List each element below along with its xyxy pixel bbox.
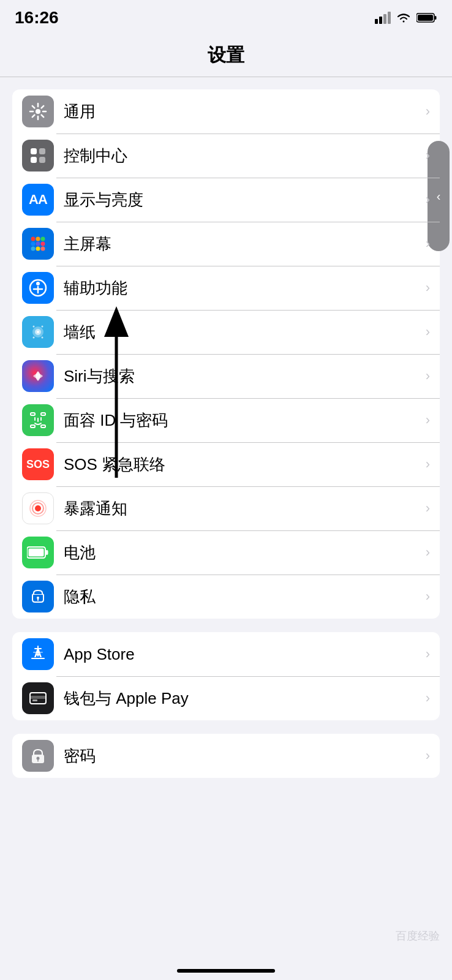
settings-label-baolu: 暴露通知	[64, 498, 421, 519]
signal-icon	[375, 12, 391, 24]
settings-label-tongyong: 通用	[64, 101, 421, 123]
settings-label-yinsi: 隐私	[64, 586, 421, 608]
chevron-icon: ›	[426, 545, 430, 560]
chevron-icon: ›	[426, 412, 430, 428]
chevron-icon: ›	[426, 192, 430, 208]
svg-rect-3	[388, 12, 391, 24]
settings-icon-baolu	[22, 492, 54, 524]
settings-icon-qiangzhi	[22, 316, 54, 348]
svg-rect-1	[379, 17, 382, 24]
settings-row-mima[interactable]: 密码 ›	[12, 734, 440, 778]
chevron-icon: ›	[426, 236, 430, 252]
settings-label-siri: Siri与搜索	[64, 366, 421, 387]
svg-point-25	[41, 242, 45, 246]
settings-icon-appstore: A	[22, 638, 54, 670]
svg-line-15	[32, 115, 35, 118]
svg-point-23	[31, 242, 36, 246]
settings-group-2: A App Store › 钱包与 Apple Pay ›	[12, 632, 440, 720]
svg-rect-16	[31, 148, 37, 154]
settings-row-sos[interactable]: SOS SOS 紧急联络 ›	[12, 442, 440, 486]
settings-icon-sos: SOS	[22, 448, 54, 480]
svg-rect-43	[41, 425, 45, 428]
svg-point-36	[33, 326, 35, 328]
status-time: 16:26	[15, 8, 59, 28]
battery-icon	[416, 12, 437, 23]
chevron-icon: ›	[426, 646, 430, 662]
settings-group-3: 密码 ›	[12, 734, 440, 778]
settings-label-appstore: App Store	[64, 645, 421, 664]
settings-label-faceid: 面容 ID 与密码	[64, 410, 421, 431]
settings-row-dianchi[interactable]: 电池 ›	[12, 530, 440, 575]
svg-rect-52	[29, 549, 44, 557]
svg-line-13	[42, 115, 44, 118]
svg-rect-40	[31, 413, 35, 415]
settings-row-faceid[interactable]: 面容 ID 与密码 ›	[12, 398, 440, 442]
svg-rect-5	[435, 16, 437, 20]
nav-bar: 设置	[0, 32, 452, 77]
settings-icon-dianchi	[22, 537, 54, 568]
svg-rect-2	[383, 14, 386, 24]
settings-icon-yinsi	[22, 581, 54, 612]
svg-point-38	[33, 337, 35, 339]
svg-point-30	[36, 282, 40, 285]
chevron-icon: ›	[426, 500, 430, 516]
settings-label-zhupingmu: 主屏幕	[64, 233, 421, 255]
chevron-icon: ›	[426, 690, 430, 706]
settings-label-qiangzhi: 墙纸	[64, 322, 421, 343]
svg-point-47	[35, 505, 41, 511]
settings-icon-fuzhu	[22, 272, 54, 304]
svg-rect-6	[418, 15, 433, 21]
settings-row-applepay[interactable]: 钱包与 Apple Pay ›	[12, 676, 440, 720]
settings-icon-siri	[22, 360, 54, 392]
chevron-icon: ›	[426, 368, 430, 384]
chevron-icon: ›	[426, 456, 430, 472]
settings-row-xianshi[interactable]: AA 显示与亮度 ›	[12, 178, 440, 222]
settings-row-appstore[interactable]: A App Store ›	[12, 632, 440, 676]
settings-icon-tongyong	[22, 96, 54, 127]
svg-rect-59	[30, 696, 46, 699]
settings-row-tongyong[interactable]: 通用 ›	[12, 89, 440, 134]
status-bar: 16:26	[0, 0, 452, 32]
svg-point-35	[37, 331, 39, 333]
settings-row-qiangzhi[interactable]: 墙纸 ›	[12, 310, 440, 354]
settings-icon-applepay	[22, 682, 54, 714]
settings-row-fuzhu[interactable]: 辅助功能 ›	[12, 266, 440, 310]
svg-point-26	[31, 247, 36, 251]
settings-row-siri[interactable]: Siri与搜索 ›	[12, 354, 440, 398]
chevron-icon: ›	[426, 589, 430, 605]
svg-point-20	[31, 237, 36, 241]
settings-icon-kongzhi	[22, 140, 54, 172]
svg-rect-42	[31, 425, 35, 428]
home-indicator	[177, 969, 275, 973]
wifi-icon	[396, 12, 412, 24]
svg-rect-41	[41, 413, 45, 415]
svg-rect-60	[32, 699, 37, 701]
svg-point-21	[36, 237, 40, 241]
svg-point-28	[41, 247, 45, 251]
settings-row-baolu[interactable]: 暴露通知 ›	[12, 486, 440, 530]
settings-label-sos: SOS 紧急联络	[64, 454, 421, 475]
chevron-icon: ›	[426, 148, 430, 164]
settings-icon-mima	[22, 740, 54, 772]
settings-icon-xianshi: AA	[22, 184, 54, 216]
svg-point-22	[41, 237, 45, 241]
chevron-icon: ›	[426, 324, 430, 340]
content-area: 通用 › 控制中心 › AA 显示与亮度 ›	[0, 77, 452, 791]
page-title: 设置	[208, 45, 244, 65]
settings-row-zhupingmu[interactable]: 主屏幕 ›	[12, 222, 440, 266]
settings-label-fuzhu: 辅助功能	[64, 277, 421, 299]
settings-group-1: 通用 › 控制中心 › AA 显示与亮度 ›	[12, 89, 440, 619]
svg-point-37	[42, 326, 43, 328]
settings-row-yinsi[interactable]: 隐私 ›	[12, 575, 440, 619]
svg-rect-18	[39, 148, 45, 154]
svg-point-27	[36, 247, 40, 251]
settings-row-kongzhi[interactable]: 控制中心 ›	[12, 134, 440, 178]
baidu-watermark: 百度经验	[396, 929, 440, 943]
svg-rect-0	[375, 19, 378, 24]
svg-line-12	[32, 106, 35, 108]
svg-point-24	[36, 242, 40, 246]
svg-rect-53	[34, 594, 42, 595]
svg-point-39	[42, 337, 43, 339]
svg-rect-51	[46, 550, 48, 555]
settings-label-dianchi: 电池	[64, 542, 421, 564]
